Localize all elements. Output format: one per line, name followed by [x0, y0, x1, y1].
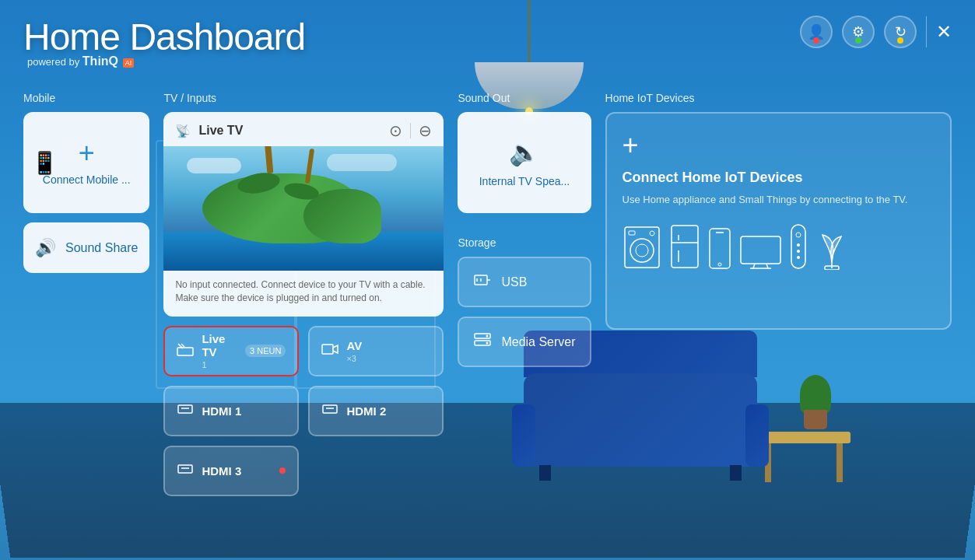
green-dot [855, 37, 861, 44]
tv-caption: No input connected. Connect device to yo… [163, 271, 444, 317]
thinq-brand: ThinQ [82, 54, 118, 68]
media-server-icon [473, 332, 492, 352]
iot-device-tv [739, 235, 782, 273]
tv-ctrl-divider [410, 123, 411, 138]
iot-devices-row [623, 223, 935, 273]
sound-share-label: Sound Share [65, 241, 138, 255]
tv-header-left: 📡 Live TV [175, 124, 243, 138]
svg-line-32 [766, 264, 768, 268]
svg-rect-27 [710, 229, 730, 268]
iot-device-plant [819, 227, 846, 273]
av-info: AV ×3 [346, 339, 430, 363]
hdmi3-title: HDMI 3 [202, 464, 241, 478]
svg-point-35 [796, 233, 801, 237]
sound-share-icon: 🔊 [35, 238, 56, 258]
ai-badge: AI [123, 58, 135, 68]
iot-section-label: Home IoT Devices [605, 92, 952, 104]
tv-card-controls: ⊙ ⊖ [389, 121, 432, 140]
storage-label: Storage [458, 236, 591, 249]
svg-rect-2 [177, 348, 193, 355]
close-button[interactable]: ✕ [936, 21, 952, 43]
profile-button[interactable]: 👤 [800, 16, 833, 48]
svg-rect-4 [178, 405, 192, 413]
hdmi1-title: HDMI 1 [202, 404, 241, 418]
svg-point-29 [718, 263, 721, 266]
center-right-column: Sound Out 🔈 Internal TV Spea... Storage [458, 92, 591, 496]
refresh-button[interactable]: ↻ [884, 16, 917, 48]
hdmi2-title: HDMI 2 [346, 404, 386, 418]
usb-card[interactable]: USB [458, 257, 591, 307]
sound-out-card[interactable]: 🔈 Internal TV Spea... [458, 112, 591, 213]
connect-mobile-card[interactable]: 📱 + Connect Mobile ... [23, 112, 149, 213]
red-dot [813, 37, 819, 44]
svg-point-36 [797, 243, 800, 247]
iot-device-fridge [669, 223, 700, 273]
antenna-icon: 📡 [175, 124, 191, 138]
tv-preview-image [163, 146, 444, 271]
sound-share-card[interactable]: 🔊 Sound Share [23, 222, 149, 273]
usb-icon [473, 272, 492, 292]
svg-rect-18 [625, 227, 659, 268]
powered-by-text: powered by [27, 56, 79, 68]
phone-icon: 📱 [31, 150, 58, 176]
live-tv-sub: 1 [202, 360, 237, 369]
hdmi2-icon [321, 402, 338, 419]
window-controls: 👤 ⚙ ↻ ✕ [800, 16, 952, 48]
tv-inputs-section: TV / Inputs 📡 Live TV ⊙ ⊖ [163, 92, 444, 496]
page-title: Home Dashboard [23, 16, 305, 58]
storage-section: Storage USB [458, 236, 591, 376]
mobile-section-label: Mobile [23, 92, 149, 104]
live-tv-info: Live TV 1 [202, 332, 237, 369]
usb-label: USB [501, 275, 527, 289]
tv-inputs-grid: Live TV 1 3 NEUN AV ×3 [163, 326, 444, 496]
iot-device-phone [708, 227, 731, 273]
svg-point-17 [486, 341, 489, 344]
iot-device-washer [623, 223, 661, 273]
iot-plus-icon: + [623, 129, 935, 162]
media-server-label: Media Server [501, 335, 575, 349]
svg-line-1 [181, 344, 184, 347]
input-av[interactable]: AV ×3 [308, 326, 444, 376]
tv-section-label: TV / Inputs [163, 92, 444, 104]
svg-rect-8 [178, 465, 192, 473]
live-tv-icon [177, 342, 194, 360]
svg-point-16 [486, 334, 489, 337]
av-title: AV [346, 339, 430, 352]
tv-main-card[interactable]: 📡 Live TV ⊙ ⊖ [163, 112, 444, 317]
controls-divider [926, 16, 927, 47]
iot-description: Use Home appliance and Small Things by c… [623, 192, 935, 208]
iot-section: Home IoT Devices + Connect Home IoT Devi… [605, 92, 952, 496]
header: Home Dashboard powered by ThinQ AI 👤 ⚙ ↻… [23, 16, 952, 68]
iot-card[interactable]: + Connect Home IoT Devices Use Home appl… [605, 112, 952, 330]
speaker-icon: 🔈 [509, 138, 540, 167]
svg-rect-30 [741, 236, 780, 264]
svg-point-37 [797, 250, 800, 253]
mobile-section: Mobile 📱 + Connect Mobile ... 🔊 Sound Sh… [23, 92, 149, 496]
input-live-tv[interactable]: Live TV 1 3 NEUN [163, 326, 299, 376]
minus-button[interactable]: ⊖ [419, 121, 432, 140]
cast-button[interactable]: ⊙ [389, 121, 402, 140]
av-icon [321, 342, 338, 360]
svg-point-20 [636, 244, 648, 257]
live-tv-title: Live TV [198, 124, 243, 138]
svg-point-19 [630, 239, 654, 262]
iot-title: Connect Home IoT Devices [623, 170, 935, 186]
input-hdmi1[interactable]: HDMI 1 [163, 386, 299, 436]
settings-button[interactable]: ⚙ [842, 16, 875, 48]
hdmi1-icon [177, 402, 194, 419]
input-hdmi3[interactable]: HDMI 3 [163, 446, 299, 496]
yellow-dot [897, 37, 903, 44]
live-tv-input-title: Live TV [202, 332, 237, 359]
content-overlay: Home Dashboard powered by ThinQ AI 👤 ⚙ ↻… [0, 0, 975, 560]
svg-rect-21 [629, 231, 635, 235]
input-hdmi2[interactable]: HDMI 2 [308, 386, 444, 436]
sound-out-label: Sound Out [458, 92, 591, 104]
title-area: Home Dashboard powered by ThinQ AI [23, 16, 305, 68]
dashboard-grid: Mobile 📱 + Connect Mobile ... 🔊 Sound Sh… [23, 92, 952, 496]
av-sub: ×3 [346, 354, 430, 363]
internal-speaker-label: Internal TV Spea... [479, 175, 570, 187]
live-tv-badge: 3 NEUN [245, 345, 286, 357]
media-server-card[interactable]: Media Server [458, 317, 591, 367]
tv-card-header: 📡 Live TV ⊙ ⊖ [163, 112, 444, 146]
hdmi3-status-dot [279, 467, 286, 474]
